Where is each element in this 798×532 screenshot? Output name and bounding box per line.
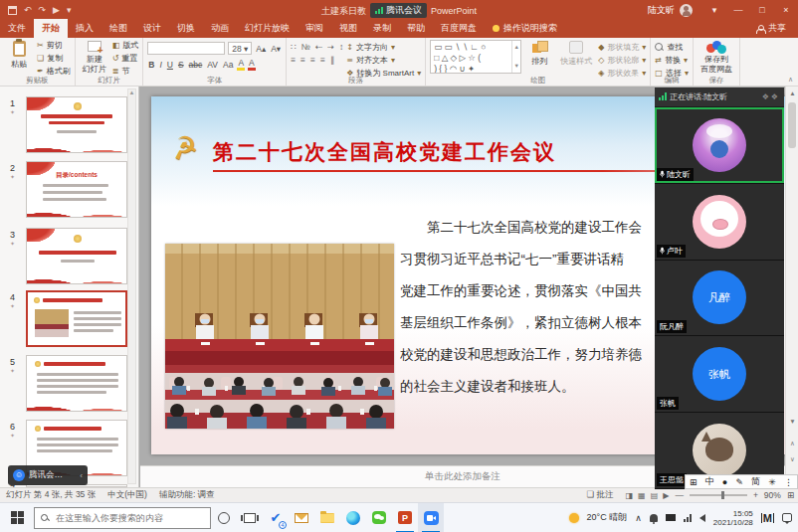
- expand-meeting-icon[interactable]: ‹: [80, 471, 83, 480]
- account-avatar[interactable]: [680, 4, 693, 17]
- bold-button[interactable]: B: [147, 60, 155, 70]
- display-icon[interactable]: [666, 514, 676, 521]
- slide-thumbnail-4-selected[interactable]: [26, 290, 127, 347]
- ime-shape-icon[interactable]: ●: [722, 477, 727, 487]
- start-slideshow-icon[interactable]: ▶: [53, 5, 60, 15]
- tab-record[interactable]: 录制: [365, 19, 399, 38]
- panel-layout-icons[interactable]: ❖❖: [762, 92, 780, 101]
- save-to-baidu-button[interactable]: 保存到 百度网盘: [698, 40, 735, 76]
- zoom-percentage[interactable]: 90%: [764, 490, 781, 500]
- bell-icon[interactable]: [650, 514, 658, 522]
- taskbar-search[interactable]: [34, 507, 211, 529]
- underline-button[interactable]: U: [166, 60, 174, 70]
- ime-more-icon[interactable]: ⋮: [784, 477, 793, 487]
- tab-slideshow[interactable]: 幻灯片放映: [237, 19, 298, 38]
- redo-icon[interactable]: ↷: [39, 5, 47, 15]
- ime-toolbar[interactable]: ⊞ 中 ● ✎ 简 ✳ ⋮: [685, 474, 798, 489]
- powerpoint-app-button[interactable]: P: [392, 503, 418, 532]
- meeting-share-indicator[interactable]: 腾讯会议: [370, 3, 427, 18]
- line-spacing-button[interactable]: ↕: [339, 42, 343, 52]
- zoom-slider-knob[interactable]: [721, 491, 724, 499]
- ime-language-mode[interactable]: 中: [705, 475, 714, 488]
- task-view-button[interactable]: [237, 503, 263, 532]
- shape-outline-button[interactable]: ◇形状轮廓▾: [598, 55, 646, 66]
- share-button[interactable]: 共享: [744, 19, 798, 38]
- tab-review[interactable]: 审阅: [298, 19, 331, 38]
- reading-view-icon[interactable]: ▤: [651, 491, 659, 500]
- decrease-indent-button[interactable]: ⇠: [315, 42, 322, 52]
- slide-title[interactable]: 第二十七次全国高校党建工作会议: [213, 138, 556, 166]
- shapes-scrollbar[interactable]: ▲ ▼: [511, 41, 520, 73]
- shrink-font-button[interactable]: A▾: [270, 44, 282, 54]
- account-name[interactable]: 陆文昕: [648, 4, 675, 17]
- character-spacing-button[interactable]: AV: [206, 60, 219, 70]
- strikethrough-button[interactable]: abc: [188, 60, 204, 70]
- next-slide-icon[interactable]: ∨: [786, 452, 798, 465]
- tab-home[interactable]: 开始: [34, 19, 68, 38]
- m-tray-icon[interactable]: M: [761, 513, 774, 523]
- justify-button[interactable]: ≡: [320, 55, 325, 65]
- tab-transitions[interactable]: 切换: [169, 19, 203, 38]
- tab-design[interactable]: 设计: [135, 19, 169, 38]
- quick-styles-button[interactable]: 快速样式: [557, 40, 595, 76]
- collapse-ribbon-icon[interactable]: ∧: [788, 76, 793, 84]
- copy-button[interactable]: ❏复制: [37, 53, 71, 64]
- shapes-gallery[interactable]: ▭ ▭ ∖ ∖ ∟ ○ □ △ ◇ ▷ ☆ ( ) { } ◠ ∪ ✦ ▲ ▼: [430, 40, 521, 74]
- slideshow-view-icon[interactable]: ▶: [663, 491, 669, 500]
- scroll-down-icon[interactable]: ▼: [786, 415, 798, 428]
- new-slide-button[interactable]: 新建 幻灯片: [80, 40, 109, 76]
- maximize-button[interactable]: □: [750, 0, 774, 20]
- shape-fill-button[interactable]: ◆形状填充▾: [598, 42, 646, 53]
- font-name-combobox[interactable]: [147, 42, 225, 55]
- numbering-button[interactable]: №: [301, 42, 310, 52]
- arrange-button[interactable]: 排列: [524, 40, 554, 76]
- accessibility-status[interactable]: 辅助功能: 调查: [153, 489, 221, 501]
- tab-animations[interactable]: 动画: [203, 19, 237, 38]
- tab-draw[interactable]: 绘图: [101, 19, 135, 38]
- slide-thumbnail-3[interactable]: [26, 228, 127, 284]
- scroll-up-icon[interactable]: ▲: [786, 87, 798, 99]
- edge-browser-button[interactable]: [340, 503, 366, 532]
- language-indicator[interactable]: 中文(中国): [101, 489, 153, 501]
- network-icon[interactable]: [684, 514, 692, 522]
- save-icon[interactable]: [8, 6, 17, 15]
- zoom-out-icon[interactable]: —: [675, 490, 684, 500]
- shapes-scroll-down-icon[interactable]: ▼: [513, 61, 518, 72]
- ime-pen-icon[interactable]: ✎: [735, 477, 743, 487]
- tray-expand-icon[interactable]: ∧: [635, 513, 642, 523]
- scrollbar-thumb[interactable]: [788, 102, 796, 148]
- docs-app-button[interactable]: ✔4: [263, 503, 289, 532]
- italic-button[interactable]: I: [158, 60, 162, 70]
- cut-button[interactable]: ✂剪切: [37, 40, 71, 51]
- tab-help[interactable]: 帮助: [399, 19, 433, 38]
- tab-file[interactable]: 文件: [0, 19, 34, 38]
- bullets-button[interactable]: ∷: [291, 42, 296, 52]
- font-size-combobox[interactable]: 28▾: [228, 42, 252, 55]
- zoom-slider[interactable]: [690, 494, 747, 496]
- layout-button[interactable]: ◧版式: [112, 40, 139, 51]
- shadow-button[interactable]: S: [177, 60, 185, 70]
- comments-button[interactable]: ❏ 批注: [581, 489, 620, 501]
- ime-simplified-mode[interactable]: 简: [751, 475, 760, 488]
- mail-app-button[interactable]: [289, 503, 314, 532]
- change-case-button[interactable]: Aa: [222, 60, 234, 70]
- thumb-scroll-up-icon[interactable]: ▲: [129, 89, 135, 483]
- tab-insert[interactable]: 插入: [68, 19, 101, 38]
- slide-sorter-icon[interactable]: ▦: [638, 491, 646, 500]
- align-left-button[interactable]: ≡: [291, 55, 296, 65]
- text-direction-button[interactable]: ↕文字方向▾: [346, 42, 421, 53]
- align-right-button[interactable]: ≡: [310, 55, 315, 65]
- tell-me-search[interactable]: 操作说明搜索: [485, 19, 565, 38]
- close-button[interactable]: ×: [774, 0, 798, 20]
- zoom-in-icon[interactable]: +: [753, 490, 758, 500]
- meeting-float-bar[interactable]: ☺ 腾讯会… ‹: [8, 465, 88, 485]
- highlight-color-button[interactable]: A: [237, 58, 245, 71]
- slide-thumbnail-5[interactable]: [26, 355, 127, 412]
- ribbon-display-options-icon[interactable]: ▾: [702, 0, 726, 20]
- minimize-button[interactable]: —: [726, 0, 750, 20]
- search-input[interactable]: [54, 512, 193, 524]
- replace-button[interactable]: ⇄替换▾: [655, 55, 689, 66]
- customize-qat-icon[interactable]: ▾: [67, 5, 72, 15]
- ime-settings-icon[interactable]: ✳: [768, 477, 776, 487]
- weather-text[interactable]: 20°C 晴朗: [587, 511, 628, 524]
